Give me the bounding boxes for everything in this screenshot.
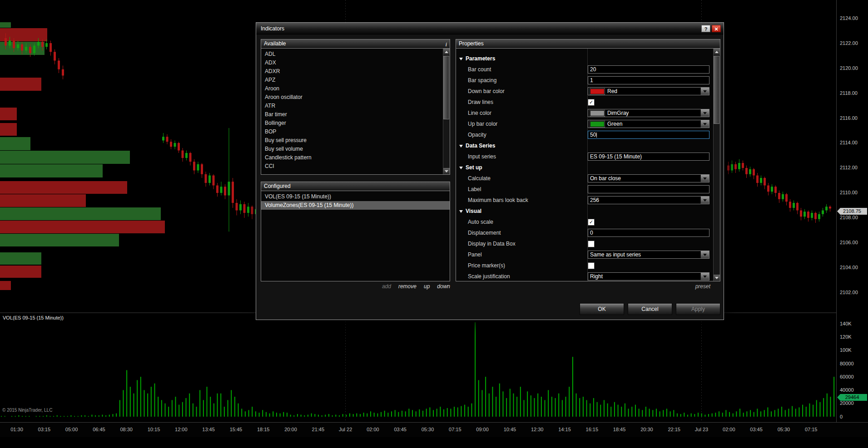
property-label[interactable]: Set up [456, 164, 588, 171]
properties-panel: Properties ParametersBar count20Bar spac… [456, 39, 720, 281]
time-label: 03:45 [750, 427, 763, 432]
indicator-item-bar-timer[interactable]: Bar timer [261, 110, 443, 119]
dialog-buttons: OKCancelApply [580, 303, 720, 315]
indicator-item-atr[interactable]: ATR [261, 102, 443, 110]
collapse-triangle-icon[interactable] [459, 145, 463, 149]
down-bar-color-dropdown[interactable]: Red [588, 87, 709, 95]
close-button[interactable]: ✕ [712, 25, 721, 32]
label-input[interactable] [588, 185, 709, 193]
time-label: 14:15 [558, 427, 571, 432]
dropdown-arrow-icon[interactable] [700, 197, 709, 204]
property-label[interactable]: Visual [456, 208, 588, 214]
draw-lines-checkbox[interactable] [588, 99, 595, 106]
indicator-item-adl[interactable]: ADL [261, 50, 443, 59]
axis-label: 2120.00 [840, 65, 858, 71]
property-row-maximum-bars-look-back: Maximum bars look back256 [456, 195, 713, 206]
property-grid: ParametersBar count20Bar spacing1Down ba… [456, 49, 713, 281]
displacement-input[interactable]: 0 [588, 229, 709, 237]
price-axis[interactable]: 2124.002122.002120.002118.002116.002114.… [836, 0, 868, 437]
property-label: Auto scale [456, 219, 588, 225]
dropdown-arrow-icon[interactable] [700, 251, 709, 258]
up-link[interactable]: up [424, 283, 430, 290]
line-color-dropdown[interactable]: DimGray [588, 109, 709, 117]
indicator-item-candlestick-pattern[interactable]: Candlestick pattern [261, 153, 443, 162]
time-axis[interactable]: 01:3003:1505:0006:4508:3010:1512:0013:45… [0, 422, 868, 437]
time-label: 12:30 [531, 427, 544, 432]
preset-link[interactable]: preset [456, 283, 720, 290]
scrollbar-thumb[interactable] [714, 56, 719, 124]
panel-dropdown[interactable]: Same as input series [588, 251, 709, 259]
dialog-titlebar[interactable]: Indicators ? ✕ [256, 23, 724, 34]
configured-item-volumezones-es-09-15-15-minute[interactable]: VolumeZones(ES 09-15 (15 Minute)) [261, 201, 450, 210]
time-label: 03:15 [38, 427, 51, 432]
scrollbar-thumb[interactable] [443, 56, 449, 119]
scroll-up-icon[interactable] [714, 49, 720, 55]
info-icon[interactable]: i [445, 40, 447, 49]
add-link[interactable]: add [382, 283, 391, 290]
display-in-data-box-checkbox[interactable] [588, 241, 595, 247]
property-label: Bar count [456, 66, 588, 73]
indicator-item-buy-sell-pressure[interactable]: Buy sell pressure [261, 136, 443, 145]
input-series-input[interactable]: ES 09-15 (15 Minute) [588, 153, 709, 161]
dropdown-value: Red [588, 88, 700, 95]
available-scrollbar[interactable] [443, 49, 450, 174]
indicator-item-apz[interactable]: APZ [261, 76, 443, 84]
indicator-item-buy-sell-volume[interactable]: Buy sell volume [261, 145, 443, 153]
dropdown-value: Right [588, 273, 700, 280]
property-value: 256 [588, 196, 711, 204]
property-label[interactable]: Data Series [456, 143, 588, 149]
scale-justification-dropdown[interactable]: Right [588, 272, 709, 281]
bar-count-input[interactable]: 20 [588, 65, 709, 74]
property-label: Scale justification [456, 273, 588, 280]
scroll-up-icon[interactable] [443, 49, 450, 55]
down-link[interactable]: down [437, 283, 450, 290]
property-row-auto-scale: Auto scale [456, 217, 713, 227]
property-row-input-series: Input seriesES 09-15 (15 Minute) [456, 151, 713, 162]
ok-button[interactable]: OK [580, 303, 624, 315]
properties-header: Properties [456, 39, 720, 49]
dropdown-arrow-icon[interactable] [700, 88, 709, 95]
price-marker-s-checkbox[interactable] [588, 262, 595, 269]
calculate-dropdown[interactable]: On bar close [588, 174, 709, 182]
property-row-draw-lines: Draw lines [456, 97, 713, 108]
property-row-down-bar-color: Down bar colorRed [456, 86, 713, 97]
collapse-triangle-icon[interactable] [459, 210, 463, 215]
maximum-bars-look-back-dropdown[interactable]: 256 [588, 196, 709, 204]
properties-scrollbar[interactable] [713, 49, 720, 281]
indicator-item-adx[interactable]: ADX [261, 59, 443, 67]
auto-scale-checkbox[interactable] [588, 219, 595, 226]
collapse-triangle-icon[interactable] [459, 167, 463, 171]
up-bar-color-dropdown[interactable]: Green [588, 120, 709, 128]
scroll-down-icon[interactable] [443, 168, 450, 174]
cancel-button[interactable]: Cancel [628, 303, 672, 315]
axis-label: 2104.00 [840, 265, 858, 270]
collapse-triangle-icon[interactable] [459, 58, 463, 62]
help-button[interactable]: ? [701, 25, 710, 32]
axis-label: 2102.00 [840, 290, 858, 295]
indicator-item-cci[interactable]: CCI [261, 162, 443, 171]
indicator-item-adxr[interactable]: ADXR [261, 67, 443, 76]
apply-button[interactable]: Apply [676, 303, 720, 315]
time-label: 13:45 [202, 427, 215, 432]
dropdown-arrow-icon[interactable] [700, 120, 709, 128]
scroll-down-icon[interactable] [714, 275, 720, 281]
indicator-item-bollinger[interactable]: Bollinger [261, 119, 443, 128]
color-swatch [590, 89, 605, 94]
configured-indicator-list: VOL(ES 09-15 (15 Minute))VolumeZones(ES … [261, 191, 450, 281]
property-label: Calculate [456, 175, 588, 182]
time-label: 18:15 [257, 427, 270, 432]
configured-item-vol-es-09-15-15-minute[interactable]: VOL(ES 09-15 (15 Minute)) [261, 192, 450, 201]
property-row-line-color: Line colorDimGray [456, 108, 713, 118]
indicator-item-aroon-oscillator[interactable]: Aroon oscillator [261, 93, 443, 102]
indicator-item-aroon[interactable]: Aroon [261, 84, 443, 93]
dropdown-arrow-icon[interactable] [700, 109, 709, 117]
indicator-item-bop[interactable]: BOP [261, 128, 443, 136]
dropdown-arrow-icon[interactable] [700, 175, 709, 182]
property-label[interactable]: Parameters [456, 55, 588, 62]
remove-link[interactable]: remove [398, 283, 417, 290]
opacity-input[interactable]: 50 [588, 131, 709, 139]
dropdown-arrow-icon[interactable] [700, 273, 709, 280]
property-row-opacity: Opacity50 [456, 129, 713, 140]
ninjatrader-chart-window: VOL(ES 09-15 (15 Minute)) © 2015 NinjaTr… [0, 0, 868, 448]
bar-spacing-input[interactable]: 1 [588, 76, 709, 84]
